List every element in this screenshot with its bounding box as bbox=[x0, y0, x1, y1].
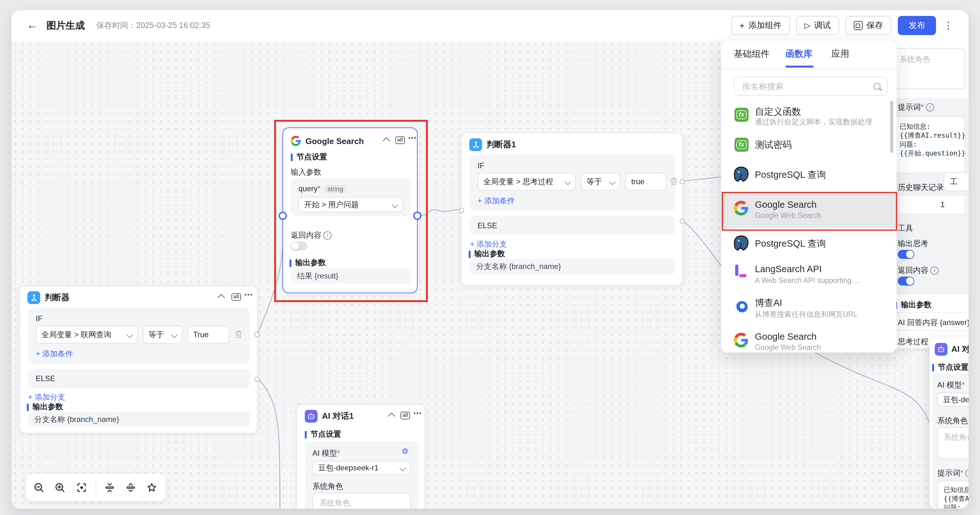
else-output-port[interactable] bbox=[680, 219, 685, 224]
condition-value-input[interactable]: True bbox=[188, 326, 229, 343]
node-settings-label: 节点设置 bbox=[296, 152, 327, 162]
detail-panel-ai-chat: 系统角色 提示词* i 已知信息: {{博查AI.result}} 问题: {{… bbox=[895, 38, 969, 348]
condition-value-input[interactable]: true bbox=[625, 173, 666, 191]
branch-icon bbox=[469, 138, 482, 151]
param-type-tag: string bbox=[324, 184, 346, 193]
node-more-icon[interactable]: ⋯ bbox=[413, 409, 422, 418]
add-component-button[interactable]: + 添加组件 bbox=[731, 16, 790, 35]
canvas-toolbar bbox=[25, 474, 166, 501]
list-item[interactable]: fx 测试密码 bbox=[721, 138, 896, 163]
trash-icon[interactable] bbox=[670, 176, 678, 188]
query-value-select[interactable]: 开始 > 用户问题 bbox=[298, 197, 403, 212]
else-group: ELSE bbox=[470, 216, 675, 235]
item-title: 自定义函数 bbox=[755, 106, 801, 118]
list-item[interactable]: LangSearch API A Web Search API supporti… bbox=[721, 261, 896, 292]
expand-vertical-icon[interactable] bbox=[124, 481, 138, 494]
if-output-port[interactable] bbox=[680, 179, 685, 184]
postgresql-icon bbox=[733, 166, 750, 186]
collapse-icon[interactable] bbox=[383, 137, 390, 145]
system-role-textarea[interactable]: 系统角色 bbox=[312, 493, 410, 509]
save-button[interactable]: 保存 bbox=[845, 16, 891, 35]
condition-op-select[interactable]: 等于 bbox=[581, 173, 620, 191]
node-settings-label: 节点设置 bbox=[310, 429, 341, 440]
tab-apps[interactable]: 应用 bbox=[831, 48, 849, 60]
input-port[interactable] bbox=[459, 208, 464, 213]
node-title: Google Search bbox=[305, 136, 364, 146]
param-group: query* string 开始 > 用户问题 bbox=[291, 179, 410, 216]
history-box[interactable]: 工 bbox=[943, 172, 969, 191]
list-item[interactable]: PostgreSQL 查询 bbox=[721, 167, 896, 194]
if-output-port[interactable] bbox=[255, 332, 259, 337]
output-thinking-toggle[interactable] bbox=[898, 250, 914, 259]
node-ai-chat2[interactable]: AI 对话2 节点设置 AI 模型* 豆包-deep 系统角色 系统角色 提示词… bbox=[930, 338, 969, 509]
section-bar bbox=[932, 364, 934, 371]
gear-icon[interactable]: ⚙ bbox=[402, 447, 409, 456]
output-thinking-label: 输出思考 bbox=[898, 238, 928, 249]
magic-star-icon[interactable] bbox=[145, 481, 159, 494]
condition-op-select[interactable]: 等于 bbox=[143, 326, 182, 343]
collapse-icon[interactable] bbox=[218, 294, 225, 302]
back-button[interactable]: ← bbox=[27, 19, 38, 32]
more-menu-button[interactable]: ⋮ bbox=[943, 20, 953, 31]
scrollbar-thumb[interactable] bbox=[890, 101, 893, 153]
add-branch-link[interactable]: + 添加分支 bbox=[470, 239, 507, 250]
section-bar bbox=[469, 250, 471, 258]
else-output-port[interactable] bbox=[255, 377, 259, 382]
list-item-selected[interactable]: Google Search Google Web Search bbox=[721, 196, 896, 226]
workflow-editor: Google Search all ⋯ 节点设置 输入参数 query* str… bbox=[0, 0, 980, 515]
plus-icon: + bbox=[739, 21, 745, 30]
model-select[interactable]: 豆包-deep bbox=[937, 393, 969, 407]
fit-view-icon[interactable] bbox=[74, 481, 88, 494]
node-more-icon[interactable]: ⋯ bbox=[244, 290, 253, 300]
system-role-label: 系统角色 bbox=[312, 481, 343, 492]
add-condition-link[interactable]: + 添加条件 bbox=[477, 196, 515, 207]
condition-left-select[interactable]: 全局变量 > 思考过程 bbox=[477, 173, 576, 191]
model-select[interactable]: 豆包-deepseek-r1 bbox=[312, 461, 410, 475]
tab-function-library[interactable]: 函数库 bbox=[786, 48, 812, 60]
search-input[interactable] bbox=[741, 81, 873, 91]
list-item[interactable]: Google Search Google Web Search bbox=[721, 327, 896, 358]
list-item[interactable]: fx 自定义函数 通过执行自定义脚本，实现数据处理 bbox=[721, 106, 896, 139]
chevron-down-icon bbox=[609, 178, 616, 185]
debug-button[interactable]: ▷ 调试 bbox=[796, 16, 839, 35]
all-icon[interactable]: all bbox=[395, 137, 405, 144]
add-branch-link[interactable]: + 添加分支 bbox=[28, 392, 65, 403]
zoom-in-icon[interactable] bbox=[54, 481, 68, 494]
history-box-label: 工 bbox=[950, 176, 958, 187]
list-item[interactable]: 博查AI 从博查搜索任何信息和网页URL bbox=[721, 294, 896, 326]
else-label: ELSE bbox=[477, 221, 497, 230]
chevron-down-icon bbox=[127, 331, 133, 338]
return-content-toggle[interactable] bbox=[898, 277, 914, 286]
zoom-out-icon[interactable] bbox=[32, 481, 46, 494]
collapse-icon[interactable] bbox=[388, 413, 395, 420]
collapse-vertical-icon[interactable] bbox=[103, 481, 117, 494]
node-ai-chat1[interactable]: AI 对话1 all ⋯ 节点设置 AI 模型* ⚙ 豆包-deepseek-r… bbox=[296, 404, 425, 509]
system-role-textarea[interactable]: 系统角色 bbox=[937, 427, 969, 459]
item-title: 博查AI bbox=[755, 297, 782, 309]
search-box[interactable] bbox=[734, 76, 888, 95]
system-role-label: 系统角色 bbox=[937, 416, 968, 426]
prompt-textarea[interactable]: 已知信息: {{博查AI 问题: {{开始 bbox=[937, 481, 969, 509]
return-content-toggle[interactable] bbox=[291, 242, 307, 251]
if-group: IF 全局变量 > 联网查询 等于 True + 添加条件 bbox=[28, 308, 250, 364]
trash-icon[interactable] bbox=[235, 329, 242, 341]
add-condition-link[interactable]: + 添加条件 bbox=[36, 349, 73, 359]
toolbar-divider bbox=[95, 481, 96, 494]
save-icon bbox=[854, 21, 863, 30]
node-judge[interactable]: 判断器 all ⋯ IF 全局变量 > 联网查询 等于 True + 添加条件 … bbox=[19, 286, 258, 434]
list-item[interactable]: PostgreSQL 查询 bbox=[721, 236, 896, 262]
prompt-label: 提示词* i bbox=[937, 468, 969, 478]
model-group: AI 模型* 豆包-deep 系统角色 系统角色 提示词* i 已知信息: {{… bbox=[932, 374, 969, 509]
condition-left-select[interactable]: 全局变量 > 联网查询 bbox=[36, 326, 138, 343]
all-icon[interactable]: all bbox=[231, 293, 241, 301]
node-more-icon[interactable]: ⋯ bbox=[408, 133, 417, 143]
publish-button[interactable]: 发布 bbox=[898, 16, 936, 35]
answer-output-row: AI 回答内容 {answer} bbox=[898, 318, 969, 328]
item-desc: Google Web Search bbox=[755, 343, 821, 351]
output-port[interactable] bbox=[413, 211, 422, 220]
tab-basic-components[interactable]: 基础组件 bbox=[734, 48, 770, 60]
node-google-search[interactable]: Google Search all ⋯ 节点设置 输入参数 query* str… bbox=[282, 127, 418, 293]
input-port[interactable] bbox=[278, 211, 287, 220]
all-icon[interactable]: all bbox=[401, 412, 410, 420]
node-judge1[interactable]: 判断器1 all ⋯ IF 全局变量 > 思考过程 等于 true + 添加条件… bbox=[461, 133, 683, 286]
